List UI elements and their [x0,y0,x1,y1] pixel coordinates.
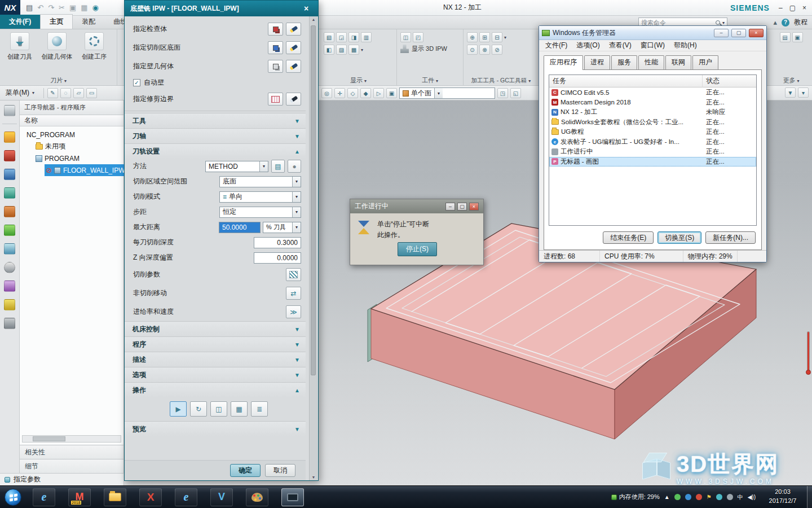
section-machine-control[interactable]: 机床控制▼ [125,321,306,336]
progress-dialog-titlebar[interactable]: 工作进行中 – ▢ × [350,199,483,213]
create-tool-button[interactable]: 创建刀具 [3,32,36,61]
ribbon-icon[interactable]: ▨ [336,45,347,55]
ribbon-icon[interactable]: ▧ [324,32,334,42]
roles-icon[interactable] [4,318,15,329]
taskbar-explorer-button[interactable] [104,488,126,506]
help-icon[interactable]: ? [782,19,789,27]
task-manager-titlebar[interactable]: Windows 任务管理器 – ▢ × [539,26,766,40]
scroll-down-icon[interactable]: ▼ [312,475,316,479]
combo-dropdown-icon[interactable]: ▾ [434,88,443,98]
verify-toolpath-button[interactable]: ◫ [210,401,227,417]
part-navigator-icon[interactable] [4,169,15,180]
volume-icon[interactable]: ◀)) [748,494,756,500]
security-shield-icon[interactable] [696,494,702,500]
dialog-close-button[interactable]: × [300,4,312,13]
operation-navigator-icon[interactable] [4,187,15,199]
stop-button[interactable]: 停止(S) [398,242,437,256]
cancel-button[interactable]: 取消 [265,464,295,477]
antivirus-icon[interactable] [674,494,681,500]
memory-usage-indicator[interactable]: 内存使用: 29% [611,493,660,501]
toolbar-icon[interactable]: ◆ [360,88,371,98]
minimize-ribbon-icon[interactable]: ▴ [773,19,777,26]
clock[interactable]: 20:03 2017/12/7 [760,488,805,506]
ok-button[interactable]: 确定 [230,464,261,477]
ribbon-icon[interactable]: ⊘ [492,45,502,55]
taskbar-nx-button-active[interactable] [281,488,304,506]
language-indicator[interactable]: 中 [738,494,743,500]
ribbon-icon[interactable]: ◫ [400,32,411,42]
machine-tool-navigator-icon[interactable] [4,225,15,236]
group-label-more[interactable]: 更多 ▾ [770,76,812,85]
taskbar-ie-button[interactable]: e [33,488,55,506]
dialog-scrollbar[interactable]: ▲ ▼ [309,16,317,480]
maximize-button[interactable]: ▢ [457,203,467,211]
tab-processes[interactable]: 进程 [584,55,610,69]
tree-item-program[interactable]: PROGRAM [20,152,123,164]
hidden-icons-button[interactable]: ▲ [664,494,670,500]
max-distance-input[interactable]: 50.0000 [219,222,261,233]
start-button[interactable] [5,489,21,506]
toolbar-icon[interactable]: ✛ [334,88,345,98]
section-preview[interactable]: 预览▼ [125,421,306,436]
tab-networking[interactable]: 联网 [665,55,691,69]
toolbar-icon[interactable]: ◌ [60,88,71,98]
details-panel[interactable]: 细节 [20,459,123,473]
toolbar-icon[interactable]: ◎ [321,88,332,98]
menu-view[interactable]: 查看(V) [605,40,636,51]
section-program[interactable]: 程序▼ [125,336,306,352]
tutorial-button[interactable]: 教程 [794,17,807,27]
ribbon-icon[interactable]: ⊗ [479,45,490,55]
toolbar-icon[interactable]: ▱ [73,88,84,98]
web-browser-icon[interactable] [4,243,15,255]
task-row[interactable]: CCIMCO Edit v5.5 正在... [549,87,756,98]
selection-scope-combo[interactable]: 单个面 ▾ [399,87,495,99]
ribbon-icon[interactable]: ▤ [780,32,791,42]
ribbon-icon[interactable]: ⊟ [492,32,502,42]
taskbar-mastercam-2018-button[interactable]: M2018 [68,488,91,506]
menu-window[interactable]: 窗口(W) [637,40,669,51]
tab-assembly[interactable]: 装配 [73,15,104,29]
simulate-machine-button[interactable]: ▦ [231,401,248,417]
tree-item-nc-program[interactable]: NC_PROGRAM [20,129,123,141]
tab-file[interactable]: 文件(F) [0,15,40,29]
ribbon-icon[interactable]: ◰ [413,32,423,42]
task-row[interactable]: 工作进行中 正在... [549,147,756,157]
section-description[interactable]: 描述▼ [125,352,306,367]
toolbar-icon[interactable]: ◳ [497,88,508,98]
constraint-navigator-icon[interactable] [4,150,15,161]
ribbon-icon[interactable]: ▩ [348,45,359,55]
combo-dropdown-icon[interactable]: ▾ [292,177,301,187]
menu-help[interactable]: 帮助(H) [670,40,701,51]
reuse-library-icon[interactable] [4,281,15,292]
select-trim-boundary-button[interactable] [268,93,283,106]
task-row[interactable]: e发表帖子 - UG编程加工 - UG爱好者 - In... 正在... [549,137,756,147]
combo-dropdown-icon[interactable]: ▾ [292,192,301,202]
toolbar-icon[interactable]: ▼ [785,87,796,98]
tree-item-unused[interactable]: 未用项 [20,141,123,152]
z-depth-offset-input[interactable]: 0.0000 [254,252,301,264]
section-tool-axis[interactable]: 刀轴▼ [125,128,306,143]
tab-applications[interactable]: 应用程序 [544,55,583,70]
depth-per-cut-input[interactable]: 0.3000 [254,237,301,248]
taskbar-viewer-button[interactable]: V [210,488,233,506]
switch-to-button[interactable]: 切换至(S) [657,231,701,244]
navigator-column-header[interactable]: 名称 [20,115,123,126]
thermometer-widget[interactable] [805,332,811,375]
feeds-speeds-button[interactable]: ≫ [286,305,301,318]
select-check-body-button[interactable] [268,23,283,36]
ribbon-icon[interactable]: ⊕ [467,32,478,42]
taskbar-paint-button[interactable] [246,488,268,506]
history-icon[interactable] [4,262,15,273]
tab-users[interactable]: 用户 [692,55,718,69]
show-desktop-button[interactable] [807,486,812,508]
highlight-check-body-button[interactable] [286,23,301,36]
task-row[interactable]: MMastercam Design 2018 正在... [549,98,756,108]
non-cutting-moves-button[interactable]: ⇄ [286,287,301,300]
undo-icon[interactable]: ↶ [37,4,43,11]
minimize-button[interactable]: – [445,203,455,211]
minimize-button[interactable]: – [714,29,729,37]
section-options[interactable]: 选项▼ [125,367,306,382]
column-task[interactable]: 任务 [549,75,703,87]
search-dropdown-icon[interactable]: ▾ [722,20,725,25]
combo-dropdown-icon[interactable]: ▾ [259,161,268,172]
